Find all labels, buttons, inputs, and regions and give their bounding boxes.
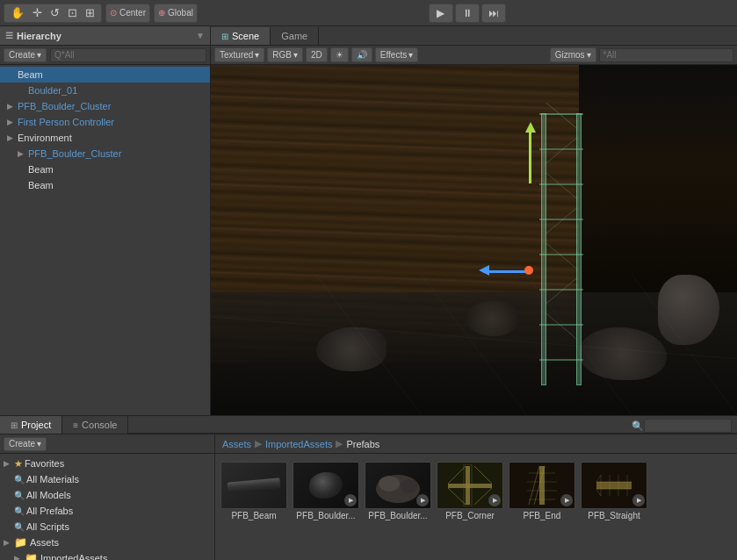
asset-pfb-straight[interactable]: ▶ PFB_Straight: [581, 459, 647, 523]
asset-thumb-beam: [220, 462, 287, 509]
project-create-btn[interactable]: Create ▾: [4, 437, 47, 451]
asset-pfb-beam[interactable]: PFB_Beam: [220, 459, 287, 523]
hierarchy-item-beam2[interactable]: Beam: [0, 177, 210, 193]
tab-spacer: [128, 416, 626, 434]
x-axis-handle[interactable]: [483, 270, 527, 273]
hierarchy-item-environment[interactable]: ▶ Environment: [0, 130, 210, 146]
tree-all-scripts[interactable]: 🔍 All Scripts: [0, 519, 214, 535]
search-icon-materials: 🔍: [14, 475, 25, 485]
search-icon-bottom: 🔍: [632, 420, 644, 432]
hierarchy-title: Hierarchy: [17, 31, 61, 41]
asset-name-end: PFB_End: [524, 511, 561, 521]
breadcrumb-prefabs: Prefabs: [346, 439, 379, 449]
light-btn[interactable]: ☀: [330, 47, 349, 62]
asset-name-boulder2: PFB_Boulder...: [368, 511, 427, 521]
bottom-area: ⊞ Project ≡ Console 🔍 Create ▾ ▶: [0, 415, 737, 560]
hierarchy-item-pfb-boulder-cluster1[interactable]: ▶ PFB_Boulder_Cluster: [0, 98, 210, 114]
hierarchy-create-btn[interactable]: Create ▾: [4, 48, 47, 62]
project-tab-icon: ⊞: [11, 420, 18, 430]
svg-line-12: [448, 488, 466, 505]
play-overlay2: ▶: [416, 494, 429, 506]
asset-pfb-end[interactable]: ▶ PFB_End: [509, 459, 575, 523]
hierarchy-list: Beam Boulder_01 ▶ PFB_Boulder_Cluster ▶ …: [0, 65, 210, 415]
hierarchy-item-boulder01[interactable]: Boulder_01: [0, 83, 210, 98]
breadcrumb-imported[interactable]: ImportedAssets: [265, 439, 332, 449]
asset-pfb-corner[interactable]: ▶ PFB_Corner: [437, 459, 503, 523]
scene-tabs: ⊞ Scene Game: [211, 26, 737, 46]
color-btn[interactable]: RGB▾: [267, 47, 303, 62]
play-button[interactable]: ▶: [429, 4, 453, 23]
move-tool[interactable]: ✛: [30, 5, 45, 20]
tab-game[interactable]: Game: [271, 27, 319, 45]
svg-line-4: [632, 275, 737, 415]
tree-imported-assets[interactable]: ▶ 📁 ImportedAssets: [0, 550, 214, 560]
svg-rect-15: [539, 466, 545, 505]
svg-line-0: [211, 317, 737, 359]
step-button[interactable]: ⏭: [481, 4, 506, 23]
gizmos-btn[interactable]: Gizmos▾: [550, 47, 596, 62]
asset-thumb-corner: ▶: [437, 462, 503, 509]
hand-tool[interactable]: ✋: [8, 5, 27, 20]
tree-all-prefabs[interactable]: 🔍 All Prefabs: [0, 503, 214, 519]
hierarchy-item-beam1[interactable]: Beam: [0, 162, 210, 177]
hierarchy-item-beam-root[interactable]: Beam: [0, 67, 210, 83]
svg-line-2: [422, 275, 527, 415]
play-overlay-corner: ▶: [488, 494, 501, 506]
pause-button[interactable]: ⏸: [455, 4, 480, 23]
folder-icon-imported: 📁: [25, 552, 38, 560]
rect-tool[interactable]: ⊞: [83, 5, 98, 20]
tab-scene[interactable]: ⊞ Scene: [211, 27, 271, 45]
svg-point-6: [379, 476, 400, 492]
effects-btn[interactable]: Effects▾: [375, 47, 418, 62]
star-icon: ★: [14, 458, 23, 470]
pivot-icon: ⊙: [110, 8, 117, 18]
breadcrumb-sep2: ▶: [336, 438, 343, 449]
project-search-input[interactable]: [644, 419, 732, 433]
svg-point-7: [401, 479, 418, 493]
svg-line-1: [316, 275, 422, 415]
scale-tool[interactable]: ⊡: [65, 5, 80, 20]
tree-favorites[interactable]: ▶ ★ Favorites: [0, 456, 214, 471]
asset-name-straight: PFB_Straight: [588, 511, 639, 521]
breadcrumb-assets[interactable]: Assets: [222, 439, 251, 449]
2d-btn[interactable]: 2D: [306, 47, 328, 62]
pivot-group: ⊙ Center: [105, 4, 150, 23]
hierarchy-item-pfb-boulder-cluster2[interactable]: ▶ PFB_Boulder_Cluster: [0, 146, 210, 162]
asset-thumb-end: ▶: [509, 462, 575, 509]
hierarchy-toolbar: Create ▾: [0, 46, 210, 65]
asset-pfb-boulder1[interactable]: ▶ PFB_Boulder...: [293, 459, 359, 523]
assets-grid: PFB_Beam ▶ PFB_Boulder...: [215, 454, 737, 560]
hierarchy-item-fps-controller[interactable]: ▶ First Person Controller: [0, 114, 210, 130]
scene-search[interactable]: [599, 48, 733, 62]
scene-viewport[interactable]: [211, 65, 737, 415]
tab-console[interactable]: ≡ Console: [62, 416, 128, 434]
asset-pfb-boulder2[interactable]: ▶ PFB_Boulder...: [365, 459, 431, 523]
rotate-tool[interactable]: ↺: [47, 5, 62, 20]
asset-thumb-boulder2: ▶: [365, 462, 431, 509]
space-label: Global: [168, 8, 193, 18]
hierarchy-minimize[interactable]: ▼: [196, 31, 205, 40]
scene-area: ⊞ Scene Game Textured▾ RGB▾ 2D ☀ 🔊 Effec…: [211, 26, 737, 415]
center-handle[interactable]: [524, 266, 533, 275]
scene-toolbar: Textured▾ RGB▾ 2D ☀ 🔊 Effects▾ Gizmos▾: [211, 46, 737, 65]
svg-rect-9: [448, 484, 492, 488]
audio-btn[interactable]: 🔊: [351, 47, 372, 62]
bottom-content: Create ▾ ▶ ★ Favorites 🔍 All Materials 🔍: [0, 434, 737, 560]
project-toolbar: Create ▾: [0, 434, 214, 454]
tree-assets[interactable]: ▶ 📁 Assets: [0, 535, 214, 550]
project-sidebar: Create ▾ ▶ ★ Favorites 🔍 All Materials 🔍: [0, 434, 215, 560]
play-overlay-straight: ▶: [632, 494, 645, 506]
search-icon-scripts: 🔍: [14, 522, 25, 532]
hierarchy-header: ☰ Hierarchy ▼: [0, 26, 210, 46]
tree-all-models[interactable]: 🔍 All Models: [0, 487, 214, 503]
beam-shape: [228, 477, 281, 492]
search-icon-prefabs: 🔍: [14, 506, 25, 516]
y-axis-handle[interactable]: [529, 131, 531, 183]
asset-name-boulder1: PFB_Boulder...: [296, 511, 355, 521]
tab-project[interactable]: ⊞ Project: [0, 416, 62, 434]
shading-btn[interactable]: Textured▾: [214, 47, 264, 62]
tree-all-materials[interactable]: 🔍 All Materials: [0, 471, 214, 487]
hierarchy-search[interactable]: [50, 48, 206, 62]
svg-line-13: [474, 466, 492, 484]
space-group: ⊕ Global: [154, 4, 198, 23]
